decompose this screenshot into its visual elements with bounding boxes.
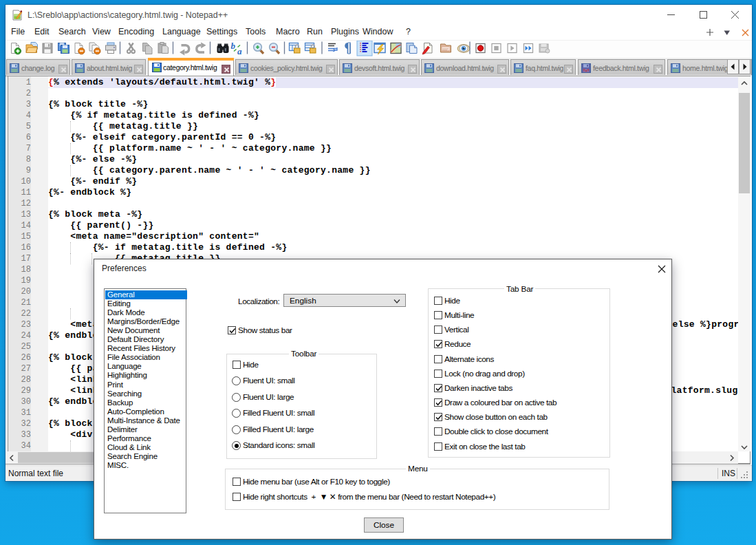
svg-text:b: b (231, 41, 236, 51)
svg-text:a: a (237, 46, 242, 56)
